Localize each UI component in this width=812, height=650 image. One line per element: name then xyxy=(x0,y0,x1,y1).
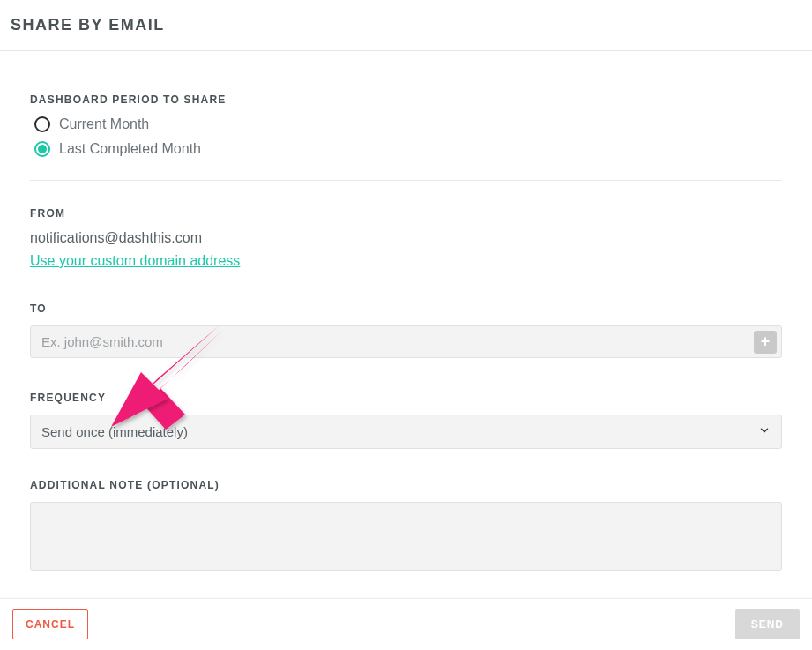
period-label: DASHBOARD PERIOD TO SHARE xyxy=(30,93,782,106)
radio-label: Current Month xyxy=(59,116,149,132)
frequency-select[interactable]: Send once (immediately) xyxy=(30,415,782,449)
chevron-down-icon xyxy=(758,424,771,439)
to-input-wrap: + xyxy=(30,325,782,358)
modal-header: SHARE BY EMAIL xyxy=(0,0,812,51)
divider xyxy=(30,180,782,181)
period-radio-group: Current Month Last Completed Month xyxy=(30,116,782,157)
note-label: ADDITIONAL NOTE (OPTIONAL) xyxy=(30,479,782,491)
from-email-value: notifications@dashthis.com xyxy=(30,230,782,246)
modal-footer: CANCEL SEND xyxy=(0,598,812,650)
additional-note-textarea[interactable] xyxy=(30,502,782,571)
radio-icon xyxy=(34,116,50,132)
to-email-input[interactable] xyxy=(31,326,756,357)
to-label: TO xyxy=(30,303,782,315)
send-button[interactable]: SEND xyxy=(735,609,800,639)
frequency-label: FREQUENCY xyxy=(30,392,782,404)
radio-icon-selected xyxy=(34,141,50,157)
radio-label: Last Completed Month xyxy=(59,141,201,157)
cancel-button[interactable]: CANCEL xyxy=(12,609,88,639)
plus-icon: + xyxy=(761,332,771,351)
add-recipient-button[interactable]: + xyxy=(754,331,777,354)
frequency-selected-value: Send once (immediately) xyxy=(41,424,188,439)
radio-current-month[interactable]: Current Month xyxy=(30,116,782,132)
modal-content: DASHBOARD PERIOD TO SHARE Current Month … xyxy=(0,51,812,597)
radio-last-completed-month[interactable]: Last Completed Month xyxy=(30,141,782,157)
modal-title: SHARE BY EMAIL xyxy=(11,16,801,34)
custom-domain-link[interactable]: Use your custom domain address xyxy=(30,253,240,269)
from-label: FROM xyxy=(30,207,782,220)
radio-dot-icon xyxy=(38,145,47,153)
frequency-select-wrap: Send once (immediately) xyxy=(30,415,782,449)
